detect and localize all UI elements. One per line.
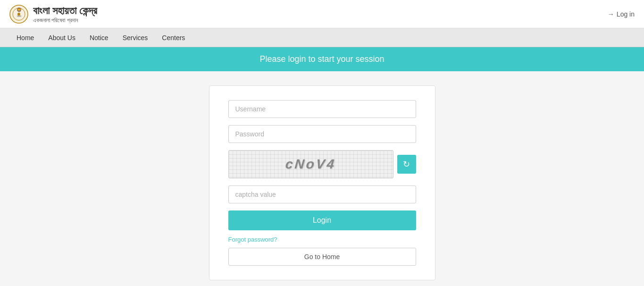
captcha-value-group <box>228 185 416 203</box>
svg-point-4 <box>17 13 20 16</box>
nav-notice[interactable]: Notice <box>83 29 116 46</box>
site-header: 🦁 भारत বাংলা সহায়তা কেন্দ্র একজনালা পরি… <box>0 0 644 28</box>
login-icon: → <box>608 10 614 18</box>
session-banner: Please login to start your session <box>0 47 644 71</box>
login-label: Log in <box>617 10 635 18</box>
captcha-input[interactable] <box>228 185 416 203</box>
captcha-text: cNoV4 <box>285 157 337 172</box>
password-group <box>228 125 416 143</box>
emblem-icon: 🦁 भारत <box>9 5 28 24</box>
refresh-icon: ↻ <box>403 159 410 169</box>
username-input[interactable] <box>228 100 416 118</box>
password-input[interactable] <box>228 125 416 143</box>
nav-centers[interactable]: Centers <box>155 29 192 46</box>
header-login-link[interactable]: → Log in <box>608 10 635 18</box>
captcha-refresh-button[interactable]: ↻ <box>397 155 416 174</box>
nav-home[interactable]: Home <box>9 29 41 46</box>
nav-about-us[interactable]: About Us <box>41 29 83 46</box>
go-to-home-button[interactable]: Go to Home <box>228 248 416 266</box>
login-card: cNoV4 ↻ Login Forgot password? Go to Hom… <box>209 85 435 280</box>
logo-subtitle: একজনালা পরিষেবা প্রদান <box>33 17 97 24</box>
nav-services[interactable]: Services <box>116 29 155 46</box>
logo-text: বাংলা সহায়তা কেন্দ্র একজনালা পরিষেবা প্… <box>33 5 97 24</box>
main-navbar: Home About Us Notice Services Centers <box>0 28 644 47</box>
captcha-image: cNoV4 <box>228 150 393 178</box>
login-button[interactable]: Login <box>228 210 416 230</box>
svg-text:🦁: 🦁 <box>17 7 22 13</box>
captcha-row: cNoV4 ↻ <box>228 150 416 178</box>
logo-area: 🦁 भारत বাংলা সহায়তা কেন্দ্র একজনালা পরি… <box>9 5 608 24</box>
forgot-password-link[interactable]: Forgot password? <box>228 236 416 243</box>
main-content: cNoV4 ↻ Login Forgot password? Go to Hom… <box>0 71 644 286</box>
username-group <box>228 100 416 118</box>
banner-message: Please login to start your session <box>259 54 384 64</box>
logo-title: বাংলা সহায়তা কেন্দ্র <box>33 5 97 17</box>
